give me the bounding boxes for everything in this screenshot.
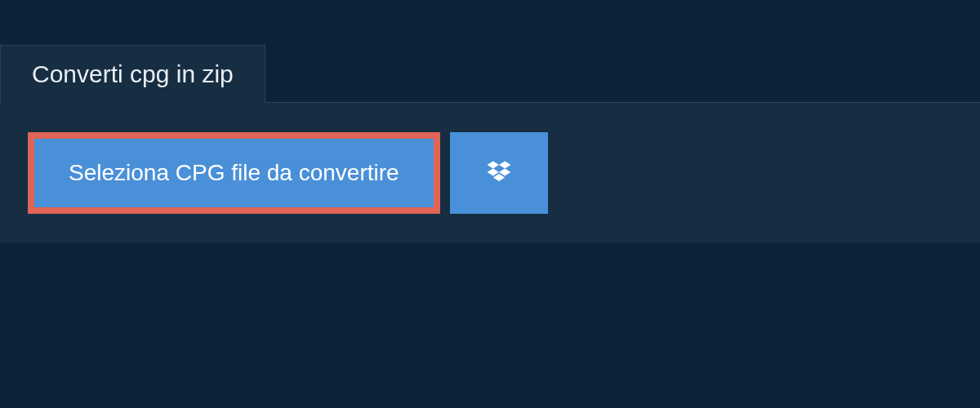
conversion-panel: Seleziona CPG file da convertire bbox=[0, 102, 980, 243]
tab-convert[interactable]: Converti cpg in zip bbox=[0, 45, 265, 103]
button-row: Seleziona CPG file da convertire bbox=[28, 132, 548, 214]
select-file-label: Seleziona CPG file da convertire bbox=[69, 160, 399, 186]
select-file-button[interactable]: Seleziona CPG file da convertire bbox=[28, 132, 440, 214]
tab-label: Converti cpg in zip bbox=[32, 60, 234, 87]
dropbox-icon bbox=[484, 158, 514, 188]
dropbox-button[interactable] bbox=[450, 132, 548, 214]
tab-container: Converti cpg in zip bbox=[0, 45, 980, 103]
